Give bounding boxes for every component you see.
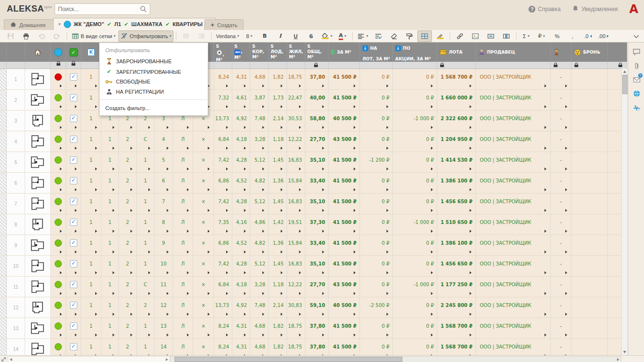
cell-disc-promo[interactable]: 0 ₽	[393, 152, 437, 172]
cell-seller[interactable]: ООО | ЗАСТРОЙЩИК	[476, 214, 551, 235]
cell-s-lod[interactable]: 1,36	[269, 235, 287, 255]
cell-s-kitchen[interactable]: 6,84	[214, 277, 232, 297]
cell-mid-3[interactable]: 1	[137, 194, 155, 214]
row-checkbox[interactable]: ✓	[70, 94, 77, 101]
cell-s-lod[interactable]: 2,14	[269, 111, 287, 131]
select-cell[interactable]: ✓	[66, 256, 81, 276]
cell-bron[interactable]	[572, 297, 608, 318]
dec-more-button[interactable]: .00	[596, 30, 611, 42]
cell-mid-3[interactable]: С	[137, 131, 155, 152]
main-pane-hscroll[interactable]	[170, 356, 621, 362]
cell-mid-2[interactable]: 2	[119, 318, 137, 338]
header-k-icon[interactable]: К	[81, 42, 101, 62]
cell-price-m2[interactable]: 41 500 ₽	[329, 152, 360, 172]
cell-mid-4[interactable]: 12	[155, 297, 173, 318]
cell-price-m2[interactable]: 43 500 ₽	[329, 277, 360, 297]
floorplan-thumbnail[interactable]	[25, 152, 51, 172]
cell-bron[interactable]	[572, 235, 608, 255]
comma-button[interactable]: ,	[565, 30, 580, 42]
activity-icon[interactable]	[632, 103, 642, 112]
status-cell[interactable]	[51, 173, 66, 193]
row-number[interactable]: 4	[7, 131, 25, 152]
cell-s-obsh[interactable]: 35,10	[305, 256, 329, 276]
cell-mid-0[interactable]: 1	[81, 277, 101, 297]
header-extra[interactable]	[608, 42, 627, 62]
vertical-scrollbar[interactable]	[621, 69, 627, 355]
cell-price-m2[interactable]: 41 500 ₽	[329, 318, 360, 338]
comment-icon[interactable]	[632, 47, 642, 56]
cell-lot-price[interactable]: 1 568 700 ₽	[437, 69, 476, 89]
cell-hold[interactable]: -	[551, 69, 572, 89]
cell-s-lod[interactable]: 1,82	[269, 339, 287, 355]
cell-s-obsh[interactable]: 35,10	[305, 152, 329, 172]
cell-s-kor[interactable]: 4,82	[250, 173, 269, 193]
cell-s-kitchen[interactable]: 8,24	[214, 339, 232, 355]
cell-mid-4[interactable]: 11	[155, 277, 173, 297]
tab-active-apartments[interactable]: ▾ЖК "ДЕМО"✔Л1✔ШАХМАТКА✔КВАРТИРЫ×	[53, 18, 216, 30]
floorplan-thumbnail[interactable]	[25, 194, 51, 214]
cell-lot-price[interactable]: 1 177 250 ₽	[437, 277, 476, 297]
cell-disc-promo[interactable]: 0 ₽	[393, 318, 437, 338]
cell-mid-3[interactable]: С	[137, 277, 155, 297]
cell-mid-1[interactable]: 1	[101, 152, 119, 172]
brand-mark[interactable]: А	[629, 3, 638, 15]
cell-price-m2[interactable]: 41 500 ₽	[329, 235, 360, 255]
create-filter-item[interactable]: Создать фильтр...	[100, 102, 208, 113]
cell-hold[interactable]: -	[551, 214, 572, 235]
cell-lot-price[interactable]: 1 568 700 ₽	[437, 318, 476, 338]
cell-mid-5[interactable]: Л	[173, 339, 193, 355]
italic-button[interactable]: I	[273, 30, 287, 42]
cell-mid-6[interactable]: ×	[193, 277, 214, 297]
header-s-lod[interactable]: SЛОД,М²	[269, 42, 287, 62]
cell-disc-lot[interactable]: 0 ₽	[360, 90, 393, 110]
cell-lot-price[interactable]: 2 245 800 ₽	[437, 297, 476, 318]
row-drag-handle[interactable]	[0, 297, 7, 318]
cell-mid-1[interactable]: 1	[101, 194, 119, 214]
cell-s-obsh[interactable]: 33,40	[305, 173, 329, 193]
cell-disc-lot[interactable]: 0 ₽	[360, 256, 393, 276]
cell-mid-6[interactable]: ×	[193, 214, 214, 235]
cell-seller[interactable]: ООО | ЗАСТРОЙЩИК	[476, 69, 551, 89]
cell-bron[interactable]	[572, 318, 608, 338]
cell-mid-3[interactable]: 1	[137, 173, 155, 193]
status-cell[interactable]	[51, 318, 66, 338]
scroll-up-icon[interactable]	[623, 70, 626, 73]
print-button[interactable]	[19, 30, 33, 42]
cell-disc-lot[interactable]: 0 ₽	[360, 277, 393, 297]
cell-disc-lot[interactable]: 0 ₽	[360, 339, 393, 355]
header-circle-icon[interactable]	[51, 42, 66, 62]
row-number[interactable]: 10	[7, 256, 25, 276]
cell-s-lod[interactable]: 1,42	[269, 214, 287, 235]
view-grid-button[interactable]: В виде сетки▾	[70, 30, 117, 42]
cell-mid-6[interactable]: ×	[193, 194, 214, 214]
cell-s-kitchen[interactable]: 13,73	[214, 297, 232, 318]
cell-hold[interactable]: -	[551, 90, 572, 110]
cell-mid-0[interactable]: 1	[81, 297, 101, 318]
cell-seller[interactable]: ООО | ЗАСТРОЙЩИК	[476, 318, 551, 338]
cell-s-kor[interactable]: 5,12	[250, 152, 269, 172]
floorplan-thumbnail[interactable]	[25, 256, 51, 276]
status-cell[interactable]	[51, 339, 66, 355]
row-number[interactable]: 11	[7, 277, 25, 297]
cell-s-kitchen[interactable]: 6,84	[214, 131, 232, 152]
status-cell[interactable]	[51, 69, 66, 89]
filter-button[interactable]: Отфильтровать▾	[118, 30, 173, 42]
header-disc-lot[interactable]: ↓ НАЛОТ, ЗА М²	[360, 42, 393, 62]
select-cell[interactable]: ✓	[66, 297, 81, 318]
cell-mid-1[interactable]: 1	[101, 235, 119, 255]
cell-mid-2[interactable]: 2	[119, 131, 137, 152]
cell-s-kor[interactable]: 5,12	[250, 194, 269, 214]
cell-bron[interactable]	[572, 69, 608, 89]
filter-option-0[interactable]: ЗАБРОНИРОВАННЫЕ	[100, 56, 208, 67]
cell-price-m2[interactable]: 41 500 ₽	[329, 256, 360, 276]
cell-lot-price[interactable]: 1 204 950 ₽	[437, 131, 476, 152]
strike-button[interactable]: S	[304, 30, 318, 42]
scroll-down-icon[interactable]	[623, 351, 626, 353]
cell-s-wc[interactable]: 4,52	[232, 173, 250, 193]
cell-mid-1[interactable]: 1	[101, 173, 119, 193]
cell-mid-5[interactable]: Л	[173, 152, 193, 172]
floorplan-thumbnail[interactable]	[25, 277, 51, 297]
cell-mid-2[interactable]: 2	[119, 152, 137, 172]
row-drag-handle[interactable]	[0, 339, 7, 355]
status-cell[interactable]	[51, 194, 66, 214]
